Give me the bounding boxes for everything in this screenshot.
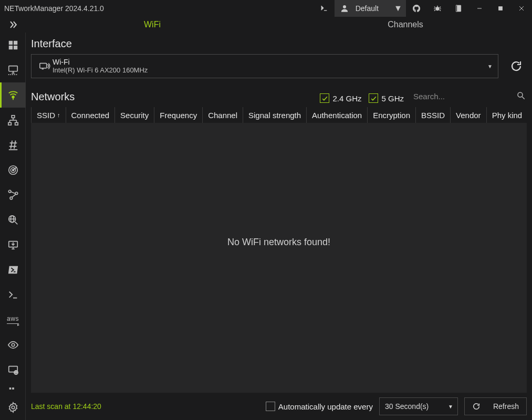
- adapter-icon: [37, 60, 53, 72]
- col-connected[interactable]: Connected: [66, 107, 116, 123]
- close-button[interactable]: [511, 0, 532, 17]
- nav-more[interactable]: [0, 383, 26, 395]
- interface-section-title: Interface: [31, 33, 527, 54]
- col-phy[interactable]: Phy kind: [487, 107, 527, 123]
- tab-wifi[interactable]: WiFi: [26, 17, 279, 33]
- col-encryption[interactable]: Encryption: [368, 107, 416, 123]
- svg-line-36: [14, 141, 15, 149]
- svg-line-7: [440, 10, 441, 11]
- check-icon: [370, 95, 377, 102]
- auto-update-checkbox[interactable]: Automatically update every: [266, 402, 373, 411]
- maximize-button[interactable]: [490, 0, 511, 17]
- nav-ping-monitor[interactable]: [0, 158, 26, 183]
- table-header: SSID↑ Connected Security Frequency Chann…: [31, 107, 527, 123]
- terminal-icon[interactable]: [314, 0, 335, 17]
- nav-network-interface[interactable]: [0, 58, 26, 83]
- tab-channels[interactable]: Channels: [279, 17, 532, 33]
- col-bssid[interactable]: BSSID: [416, 107, 451, 123]
- minimize-button[interactable]: [469, 0, 490, 17]
- svg-line-5: [440, 7, 441, 8]
- svg-rect-27: [8, 122, 11, 125]
- nav-putty[interactable]: [0, 282, 26, 308]
- eye-icon: [7, 339, 19, 351]
- docs-icon[interactable]: [448, 0, 469, 17]
- refresh-interface-button[interactable]: [506, 54, 527, 78]
- user-icon: [340, 4, 349, 13]
- powershell-icon: [7, 264, 19, 276]
- check-icon: [321, 95, 328, 102]
- github-icon[interactable]: [406, 0, 427, 17]
- svg-point-42: [8, 191, 11, 193]
- svg-rect-13: [499, 7, 503, 10]
- nav-dns-lookup[interactable]: [0, 207, 26, 233]
- svg-point-62: [12, 406, 15, 409]
- auto-update-label: Automatically update every: [278, 402, 373, 411]
- profile-selector[interactable]: Default ▼: [335, 0, 406, 17]
- nav-tigervnc[interactable]: [0, 332, 26, 358]
- nav-web-console[interactable]: [0, 358, 26, 383]
- col-frequency[interactable]: Frequency: [154, 107, 203, 123]
- last-scan-label: Last scan at 12:44:20: [31, 402, 101, 411]
- col-auth[interactable]: Authentication: [307, 107, 368, 123]
- svg-rect-28: [15, 122, 17, 125]
- svg-rect-56: [8, 366, 17, 372]
- interface-selector[interactable]: Wi-Fi Intel(R) Wi-Fi 6 AX200 160MHz ▼: [31, 54, 498, 78]
- search-input[interactable]: [411, 90, 527, 103]
- refresh-button[interactable]: Refresh: [464, 397, 527, 415]
- svg-rect-18: [8, 46, 12, 49]
- col-signal[interactable]: Signal strength: [243, 107, 307, 123]
- profile-label: Default: [353, 4, 389, 13]
- col-security[interactable]: Security: [115, 107, 154, 123]
- nav-aws[interactable]: aws▸: [0, 308, 26, 333]
- col-ssid[interactable]: SSID↑: [32, 107, 66, 123]
- interval-value: 30 Second(s): [385, 402, 429, 411]
- interface-name: Wi-Fi: [53, 58, 148, 66]
- app-title: NETworkManager 2024.4.21.0: [0, 4, 104, 13]
- svg-rect-17: [13, 41, 17, 45]
- svg-line-4: [434, 7, 435, 8]
- gear-icon: [7, 402, 19, 413]
- chevron-down-icon: ▼: [487, 64, 493, 69]
- empty-state-message: No WiFi networks found!: [227, 237, 330, 248]
- svg-line-48: [15, 222, 17, 225]
- svg-rect-19: [13, 46, 17, 49]
- chevron-down-icon: ▼: [448, 404, 453, 410]
- filter-5ghz-checkbox[interactable]: 5 GHz: [369, 93, 404, 103]
- chevron-down-icon: ▼: [393, 4, 403, 13]
- filter-24ghz-checkbox[interactable]: 2.4 GHz: [320, 93, 361, 103]
- svg-rect-26: [12, 115, 15, 118]
- monitor-network-icon: [7, 64, 19, 76]
- nav-ip-scanner[interactable]: [0, 108, 26, 133]
- refresh-icon: [472, 402, 481, 411]
- monitor-arrow-icon: [7, 239, 19, 251]
- nav-powershell[interactable]: [0, 257, 26, 282]
- svg-rect-60: [9, 388, 11, 390]
- table-body: No WiFi networks found!: [31, 123, 527, 393]
- svg-point-24: [12, 96, 14, 98]
- col-vendor[interactable]: Vendor: [451, 107, 487, 123]
- bug-icon[interactable]: [427, 0, 448, 17]
- interval-selector[interactable]: 30 Second(s) ▼: [379, 397, 458, 415]
- nav-port-scanner[interactable]: [0, 132, 26, 158]
- svg-line-6: [434, 10, 435, 11]
- networks-section-title: Networks: [31, 91, 75, 103]
- terminal-prompt-icon: [7, 289, 19, 301]
- svg-rect-63: [40, 64, 47, 68]
- hash-icon: [7, 139, 19, 151]
- interface-adapter: Intel(R) Wi-Fi 6 AX200 160MHz: [53, 67, 148, 75]
- wifi-icon: [7, 89, 19, 101]
- svg-point-65: [518, 92, 523, 97]
- nav-dashboard[interactable]: [0, 33, 26, 58]
- nav-settings[interactable]: [0, 395, 26, 420]
- radar-icon: [7, 164, 19, 176]
- nav-wifi[interactable]: [0, 82, 26, 108]
- col-channel[interactable]: Channel: [203, 107, 243, 123]
- footer-bar: Last scan at 12:44:20 Automatically upda…: [31, 393, 527, 420]
- filter-24ghz-label: 2.4 GHz: [332, 94, 361, 103]
- search-icon[interactable]: [516, 91, 526, 102]
- more-icon: [7, 383, 19, 394]
- nav-traceroute[interactable]: [0, 183, 26, 208]
- sidebar-expand-button[interactable]: [0, 17, 26, 33]
- svg-rect-16: [8, 41, 12, 45]
- nav-remote-desktop[interactable]: [0, 233, 26, 258]
